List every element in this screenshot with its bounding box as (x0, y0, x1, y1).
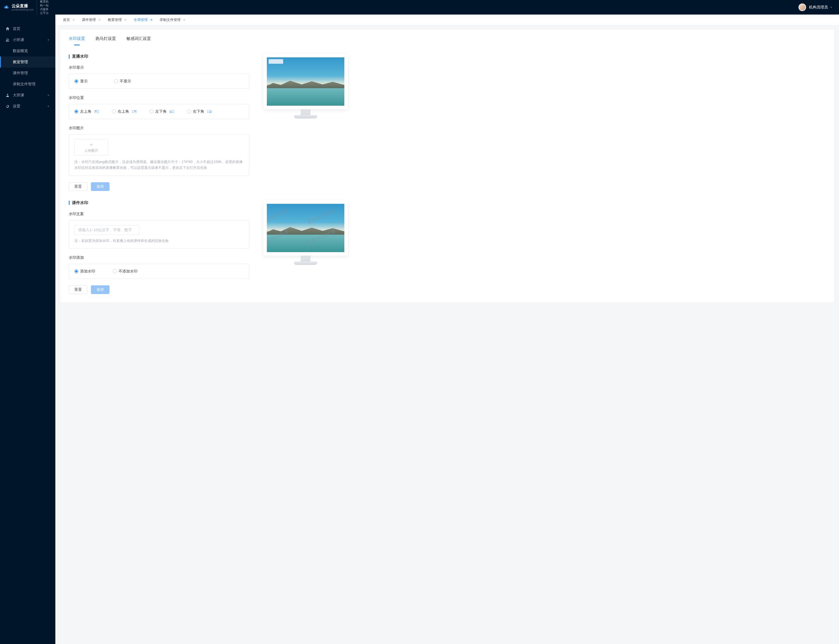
radio-pos-bl[interactable]: 左下角 (150, 109, 174, 114)
label-display: 水印显示 (69, 65, 249, 70)
nav-big-class[interactable]: 大班课 (0, 90, 55, 101)
topbar: 机构员理员 (55, 0, 839, 15)
watermark-placeholder-chip (269, 59, 283, 64)
tab-home[interactable]: 首页✕ (61, 18, 77, 22)
nav-small-courseware[interactable]: 课件管理 (0, 67, 55, 79)
close-icon[interactable]: ✕ (183, 18, 186, 22)
subtab-watermark[interactable]: 水印设置 (69, 36, 85, 45)
pos-chip-bl (170, 110, 174, 113)
section-courseware-title: 课件水印 (69, 200, 249, 205)
radio-hide[interactable]: 不显示 (114, 79, 131, 84)
svg-point-2 (7, 94, 8, 95)
save-button-courseware[interactable]: 保存 (91, 285, 110, 294)
tab-global[interactable]: 全局管理✕ (131, 18, 155, 22)
nav-settings[interactable]: 设置 (0, 101, 55, 112)
users-icon (5, 38, 10, 42)
watermark-text-input[interactable] (74, 225, 140, 235)
input-box: 注：若设置为添加水印，对直播上传的课件和生成的回放生效 (69, 220, 249, 249)
radio-add-on[interactable]: 添加水印 (74, 269, 95, 274)
preview-monitor-courseware: 直播水印样本 直播水印样本 直播水印样本 直播水印样本 (263, 200, 348, 267)
reset-button-live[interactable]: 重置 (69, 182, 87, 191)
watermark-sample-text: 直播水印样本 (306, 206, 337, 226)
pos-chip-tl (94, 110, 99, 113)
label-image: 水印图片 (69, 125, 249, 131)
save-button-live[interactable]: 保存 (91, 182, 110, 191)
gear-icon (5, 104, 10, 108)
radio-pos-br[interactable]: 右下角 (187, 109, 212, 114)
subtab-sensitive[interactable]: 敏感词汇设置 (127, 36, 151, 45)
tab-classroom[interactable]: 教室管理✕ (105, 18, 129, 22)
tabs-bar: 首页✕ 课件管理✕ 教室管理✕ 全局管理✕ 录制文件管理✕ (55, 15, 839, 26)
home-icon (5, 26, 10, 31)
sidebar: 云朵直播 yunduoketang.com 教育机构一站式服务云平台 首页 小班… (0, 0, 55, 644)
radio-show[interactable]: 显示 (74, 79, 88, 84)
watermark-sample-text: 直播水印样本 (267, 206, 291, 226)
nav-small-class[interactable]: 小班课 (0, 34, 55, 45)
close-icon[interactable]: ✕ (98, 18, 101, 22)
svg-point-1 (8, 39, 9, 39)
close-icon[interactable]: ✕ (150, 18, 153, 22)
nav-small-recording[interactable]: 录制文件管理 (0, 79, 55, 90)
tab-courseware[interactable]: 课件管理✕ (79, 18, 103, 22)
close-icon[interactable]: ✕ (124, 18, 127, 22)
label-wm-add: 水印添加 (69, 255, 249, 260)
preview-monitor-live (263, 54, 348, 120)
subtab-marquee[interactable]: 跑马灯设置 (96, 36, 116, 45)
upload-button[interactable]: ＋ 上传图片 (74, 139, 108, 156)
upload-area: ＋ 上传图片 注：水印只支持png格式图片，且必须为透明底。建议最佳图片尺寸：1… (69, 134, 249, 176)
brand-tagline: 教育机构一站式服务云平台 (37, 0, 51, 15)
label-wm-text: 水印文案 (69, 211, 249, 217)
nav: 首页 小班课 数据概览 教室管理 课件管理 录制文件管理 大班课 设置 (0, 15, 55, 112)
radio-group-position: 左上角 右上角 左下角 右下角 (69, 104, 249, 119)
radio-add-off[interactable]: 不添加水印 (113, 269, 137, 274)
radio-pos-tr[interactable]: 右上角 (112, 109, 137, 114)
brand-name: 云朵直播 (12, 3, 34, 8)
tab-recording[interactable]: 录制文件管理✕ (157, 18, 188, 22)
chevron-up-icon (47, 38, 50, 42)
wm-text-note: 注：若设置为添加水印，对直播上传的课件和生成的回放生效 (74, 238, 244, 244)
pos-chip-tr (132, 110, 137, 113)
logo: 云朵直播 yunduoketang.com 教育机构一站式服务云平台 (0, 0, 55, 15)
preview-image (267, 58, 345, 106)
user-menu[interactable]: 机构员理员 (809, 5, 832, 10)
reset-button-courseware[interactable]: 重置 (69, 285, 87, 294)
label-position: 水印位置 (69, 95, 249, 100)
nav-small-classroom[interactable]: 教室管理 (0, 56, 55, 67)
nav-small-data[interactable]: 数据概览 (0, 45, 55, 56)
chevron-down-icon (830, 6, 832, 9)
plus-icon: ＋ (89, 142, 94, 147)
section-live-title: 直播水印 (69, 54, 249, 59)
chevron-down-icon (47, 94, 50, 97)
svg-point-0 (7, 38, 8, 39)
close-icon[interactable]: ✕ (72, 18, 75, 22)
brand-domain: yunduoketang.com (12, 8, 34, 11)
preview-image: 直播水印样本 直播水印样本 直播水印样本 直播水印样本 (267, 204, 345, 252)
sub-tabs: 水印设置 跑马灯设置 敏感词汇设置 (69, 36, 826, 46)
chevron-down-icon (47, 105, 50, 108)
group-icon (5, 93, 10, 97)
avatar[interactable] (798, 3, 806, 11)
radio-group-display: 显示 不显示 (69, 74, 249, 89)
radio-pos-tl[interactable]: 左上角 (74, 109, 99, 114)
upload-note: 注：水印只支持png格式图片，且必须为透明底。建议最佳图片尺寸：174*80，大… (74, 159, 244, 171)
cloud-logo-icon (4, 4, 9, 11)
radio-group-add: 添加水印 不添加水印 (69, 264, 249, 279)
nav-home[interactable]: 首页 (0, 23, 55, 34)
pos-chip-br (207, 110, 212, 113)
